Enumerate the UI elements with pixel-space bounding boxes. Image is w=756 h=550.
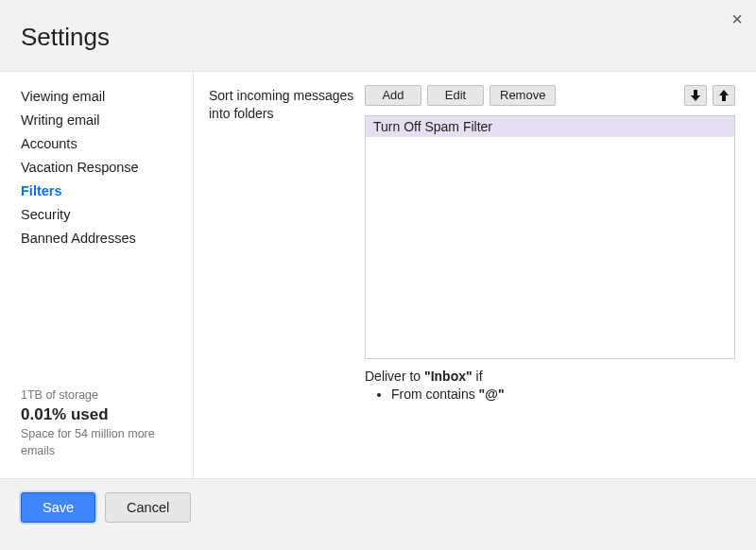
sidebar-item-banned-addresses[interactable]: Banned Addresses [0, 227, 193, 250]
filters-toolbar: Add Edit Remove [365, 85, 735, 106]
sidebar-item-writing-email[interactable]: Writing email [0, 109, 193, 132]
summary-prefix: Deliver to [365, 369, 424, 384]
save-button[interactable]: Save [21, 492, 95, 523]
panel-description: Sort incoming messages into folders [209, 85, 365, 469]
storage-used: 0.01% used [21, 404, 172, 426]
sidebar: Viewing emailWriting emailAccountsVacati… [0, 72, 194, 478]
summary-folder: "Inbox" [424, 369, 472, 384]
filter-summary: Deliver to "Inbox" if From contains "@" [365, 369, 735, 404]
filters-list[interactable]: Turn Off Spam Filter [365, 115, 735, 359]
filters-main: Add Edit Remove Turn Off Spam Filter Del… [365, 85, 735, 469]
settings-dialog: × Settings Viewing emailWriting emailAcc… [0, 0, 756, 550]
move-down-button[interactable] [684, 85, 707, 106]
page-title: Settings [21, 23, 735, 52]
summary-suffix: if [472, 369, 483, 384]
sidebar-nav: Viewing emailWriting emailAccountsVacati… [0, 85, 193, 250]
summary-conditions: From contains "@" [365, 386, 735, 404]
storage-space: Space for 54 million more emails [21, 426, 172, 459]
dialog-body: Viewing emailWriting emailAccountsVacati… [0, 71, 756, 479]
condition-value: "@" [479, 387, 505, 402]
condition-field: From contains [391, 387, 479, 402]
sidebar-item-filters[interactable]: Filters [0, 180, 193, 203]
dialog-footer: Save Cancel [0, 479, 756, 536]
sidebar-item-security[interactable]: Security [0, 203, 193, 227]
sidebar-item-vacation-response[interactable]: Vacation Response [0, 156, 193, 180]
edit-button[interactable]: Edit [427, 85, 484, 106]
filter-row[interactable]: Turn Off Spam Filter [366, 116, 734, 137]
summary-line: Deliver to "Inbox" if [365, 369, 735, 384]
storage-summary: 1TB of storage 0.01% used Space for 54 m… [0, 387, 193, 469]
sidebar-item-viewing-email[interactable]: Viewing email [0, 85, 193, 109]
close-icon[interactable]: × [731, 9, 743, 28]
cancel-button[interactable]: Cancel [105, 492, 191, 523]
sidebar-item-accounts[interactable]: Accounts [0, 132, 193, 156]
add-button[interactable]: Add [365, 85, 421, 106]
remove-button[interactable]: Remove [490, 85, 556, 106]
move-up-button[interactable] [713, 85, 735, 106]
arrow-down-icon [691, 90, 700, 101]
content-panel: Sort incoming messages into folders Add … [194, 72, 756, 478]
arrow-up-icon [719, 90, 729, 101]
storage-total: 1TB of storage [21, 387, 172, 404]
dialog-header: Settings [0, 0, 756, 71]
condition-item: From contains "@" [391, 386, 735, 404]
